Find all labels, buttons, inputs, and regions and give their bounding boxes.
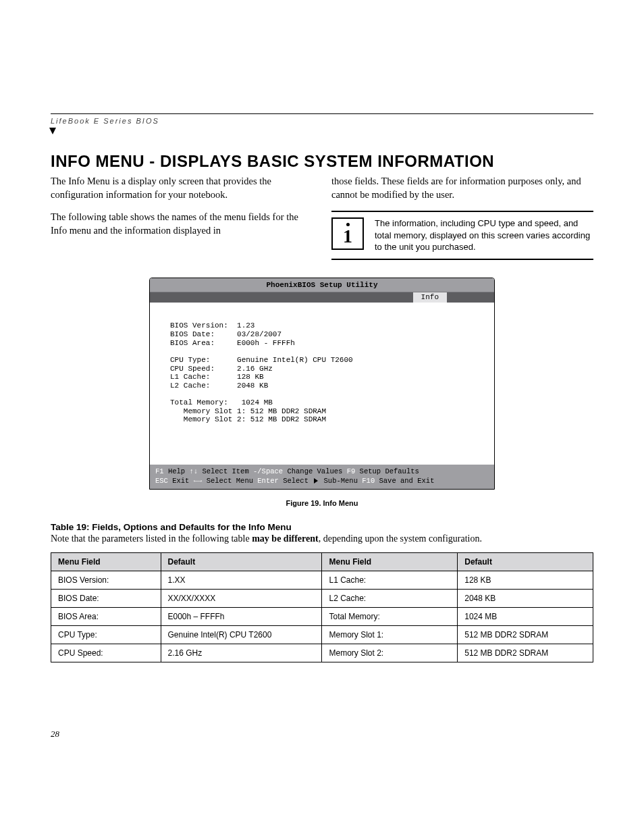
bios-figure: PhoenixBIOS Setup Utility Info BIOS Vers… (149, 278, 495, 490)
table-note: Note that the parameters listed in the f… (51, 533, 593, 544)
bios-tab-bar: Info (150, 292, 494, 303)
intro-para-1: The Info Menu is a display only screen t… (51, 175, 313, 201)
figure-caption: Figure 19. Info Menu (149, 499, 495, 507)
table-row: CPU Speed:2.16 GHz Memory Slot 2:512 MB … (51, 644, 593, 662)
body-column-right: those fields. These fields are for infor… (331, 175, 593, 260)
th-menu-field-left: Menu Field (51, 553, 161, 571)
intro-para-3: those fields. These fields are for infor… (331, 175, 593, 201)
page-title: INFO MENU - DISPLAYS BASIC SYSTEM INFORM… (51, 152, 593, 171)
bios-tab-info: Info (413, 292, 447, 303)
defaults-table: Menu Field Default Menu Field Default BI… (51, 552, 593, 662)
bios-footer: F1 Help ↑↓ Select Item -/Space Change Va… (150, 465, 494, 489)
th-default-right: Default (458, 553, 593, 571)
bios-body: BIOS Version: 1.23 BIOS Date: 03/28/2007… (150, 303, 494, 465)
info-callout: 1 The information, including CPU type an… (331, 211, 593, 260)
info-icon: 1 (331, 217, 364, 250)
header-rule: LifeBook E Series BIOS (51, 113, 593, 137)
callout-text: The information, including CPU type and … (375, 217, 593, 253)
table-row: CPU Type:Genuine Intel(R) CPU T2600 Memo… (51, 626, 593, 644)
body-column-left: The Info Menu is a display only screen t… (51, 175, 313, 260)
th-default-left: Default (161, 553, 322, 571)
table-row: BIOS Area:E000h – FFFFh Total Memory:102… (51, 608, 593, 626)
table-row: BIOS Date:XX/XX/XXXX L2 Cache:2048 KB (51, 590, 593, 608)
th-menu-field-right: Menu Field (322, 553, 458, 571)
pointer-icon (49, 128, 56, 134)
intro-para-2: The following table shows the names of t… (51, 211, 313, 237)
bios-title: PhoenixBIOS Setup Utility (150, 278, 494, 293)
running-head: LifeBook E Series BIOS (51, 117, 593, 125)
table-row: BIOS Version:1.XX L1 Cache:128 KB (51, 571, 593, 590)
submenu-triangle-icon (314, 478, 318, 484)
table-title: Table 19: Fields, Options and Defaults f… (51, 522, 593, 532)
page-number: 28 (51, 729, 59, 739)
